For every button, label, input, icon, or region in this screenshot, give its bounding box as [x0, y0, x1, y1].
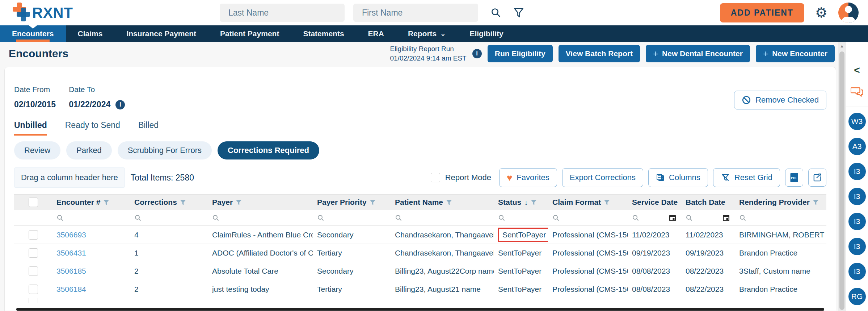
info-icon[interactable]: i [472, 49, 482, 58]
filter-payer[interactable] [208, 214, 313, 221]
date-to-value[interactable]: 01/22/2024 [69, 100, 110, 109]
row-checkbox[interactable] [29, 248, 38, 258]
nav-item-encounters[interactable]: Encounters [0, 25, 66, 42]
favorites-button[interactable]: ♥ Favorites [499, 168, 557, 187]
add-patient-button[interactable]: ADD PATIENT [720, 3, 804, 22]
user-badge[interactable]: A3 [848, 138, 866, 155]
column-filter-icon[interactable] [180, 200, 186, 205]
user-badge[interactable]: I3 [848, 163, 866, 180]
last-name-input[interactable] [220, 4, 345, 22]
table-row[interactable]: 3506184 2 just testing today Tertiary Bi… [14, 280, 826, 298]
nav-item-claims[interactable]: Claims [66, 25, 115, 42]
row-checkbox[interactable] [29, 298, 38, 303]
new-encounter-button[interactable]: + New Encounter [756, 45, 835, 62]
user-badge[interactable]: RG [848, 288, 866, 305]
row-checkbox[interactable] [29, 230, 38, 240]
column-header-claim-format[interactable]: Claim Format [548, 198, 628, 207]
export-corrections-button[interactable]: Export Corrections [562, 168, 643, 187]
filter-icon[interactable] [514, 8, 524, 18]
run-eligibility-button[interactable]: Run Eligibility [488, 45, 553, 62]
column-header-payer-priority[interactable]: Payer Priority [313, 198, 391, 207]
column-filter-icon[interactable] [103, 200, 109, 205]
column-filter-icon[interactable] [236, 200, 242, 205]
export-grid-button[interactable] [808, 169, 826, 187]
nav-item-era[interactable]: ERA [356, 25, 396, 42]
encounter-link[interactable]: 3506184 [56, 285, 86, 293]
first-name-input[interactable] [353, 4, 478, 22]
gear-icon[interactable]: ⚙ [815, 6, 827, 20]
nav-item-statements[interactable]: Statements [291, 25, 356, 42]
encounter-link[interactable]: 3506431 [56, 249, 86, 257]
row-checkbox[interactable] [29, 266, 38, 276]
nav-item-insurance-payment[interactable]: Insurance Payment [114, 25, 208, 42]
rxnt-logo[interactable]: RXNT [13, 3, 73, 23]
filter-batch-date[interactable] [681, 214, 735, 221]
columns-button[interactable]: Columns [648, 168, 708, 187]
view-batch-report-button[interactable]: View Batch Report [559, 45, 640, 62]
nav-item-eligibility[interactable]: Eligibility [458, 25, 515, 42]
column-filter-icon[interactable] [604, 200, 610, 205]
column-header-rendering-provider[interactable]: Rendering Provider [735, 198, 826, 207]
pill-corrections-required[interactable]: Corrections Required [218, 141, 319, 159]
calendar-icon[interactable] [722, 214, 730, 221]
column-filter-icon[interactable] [531, 200, 537, 205]
nav-item-patient-payment[interactable]: Patient Payment [208, 25, 291, 42]
avatar[interactable] [838, 3, 859, 23]
tab-unbilled[interactable]: Unbilled [14, 120, 47, 136]
pill-scrubbing-for-errors[interactable]: Scrubbing For Errors [118, 141, 212, 159]
table-row[interactable]: 3506693 4 ClaimRules - Anthem Blue Cross… [14, 226, 826, 244]
table-row[interactable]: 3506185 2 Absolute Total Care Secondary … [14, 262, 826, 280]
encounter-link[interactable]: 3506185 [56, 267, 86, 275]
pill-review[interactable]: Review [14, 141, 60, 159]
filter-corrections[interactable] [130, 214, 208, 221]
column-header-service-date[interactable]: Service Date [628, 198, 681, 207]
calendar-icon[interactable] [669, 214, 676, 221]
column-header-status[interactable]: Status ↓ [494, 198, 548, 207]
remove-checked-button[interactable]: Remove Checked [734, 91, 826, 109]
user-badge[interactable]: I3 [848, 263, 866, 280]
scrollbar-thumb[interactable] [839, 51, 844, 310]
column-filter-icon[interactable] [370, 200, 376, 205]
chevron-down-icon: ⌄ [440, 30, 446, 38]
collapse-panel-icon[interactable]: < [854, 65, 860, 75]
filter-payer-priority[interactable] [313, 214, 391, 221]
column-header-batch-date[interactable]: Batch Date [681, 198, 735, 207]
filter-rendering-provider[interactable] [735, 214, 826, 221]
user-badge[interactable]: I3 [848, 188, 866, 205]
export-pdf-button[interactable]: PDF [785, 169, 803, 187]
column-header-corrections[interactable]: Corrections [130, 198, 208, 207]
horizontal-scrollbar[interactable] [16, 308, 824, 311]
filter-encounter[interactable] [52, 214, 130, 221]
column-filter-icon[interactable] [446, 200, 452, 205]
new-dental-encounter-button[interactable]: + New Dental Encounter [646, 45, 750, 62]
table-row[interactable]: 3506431 1 ADOC (Affiliated Doctor's of O… [14, 244, 826, 262]
tab-ready-to-send[interactable]: Ready to Send [65, 120, 120, 136]
column-filter-icon[interactable] [813, 200, 819, 205]
filter-patient-name[interactable] [391, 214, 494, 221]
column-header-patient-name[interactable]: Patient Name [391, 198, 494, 207]
filter-status[interactable] [494, 214, 548, 221]
column-header-payer[interactable]: Payer [208, 198, 313, 207]
user-badge[interactable]: I3 [848, 238, 866, 255]
filter-claim-format[interactable] [548, 214, 628, 221]
select-all-checkbox[interactable] [29, 198, 38, 207]
column-header-encounter[interactable]: Encounter # [52, 198, 130, 207]
report-mode-checkbox[interactable] [431, 173, 440, 182]
scroll-up-arrow[interactable]: ▲ [838, 43, 846, 49]
date-from-value[interactable]: 02/10/2015 [14, 100, 56, 109]
reset-grid-button[interactable]: Reset Grid [713, 168, 780, 187]
user-badge[interactable]: I3 [848, 213, 866, 230]
row-checkbox[interactable] [29, 285, 38, 294]
encounter-link[interactable]: 3506693 [56, 231, 86, 239]
search-icon[interactable] [490, 7, 501, 18]
user-badge[interactable]: W3 [848, 113, 866, 130]
chat-icon[interactable] [851, 86, 864, 99]
vertical-scrollbar[interactable]: ▲ [838, 42, 846, 311]
filter-service-date[interactable] [628, 214, 681, 221]
drag-column-hint[interactable]: Drag a column header here [14, 167, 125, 188]
tab-billed[interactable]: Billed [138, 120, 159, 136]
info-icon[interactable]: i [115, 100, 125, 109]
batch-date-cell: 11/02/2023 [681, 231, 735, 239]
pill-parked[interactable]: Parked [66, 141, 112, 159]
nav-item-reports[interactable]: Reports ⌄ [396, 25, 458, 42]
